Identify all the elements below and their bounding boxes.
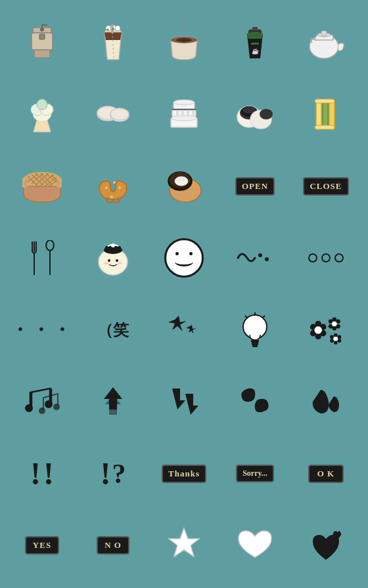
cell-yes-sign[interactable]: YES [7,510,78,582]
swap-arrows-icon [237,383,273,420]
svg-rect-6 [39,34,45,39]
cell-pudding-char[interactable] [78,222,149,295]
cell-thanks-sign[interactable]: Thanks [149,438,219,510]
cell-sandwich[interactable] [290,79,361,151]
cell-music-notes[interactable] [7,366,78,438]
cell-macarons[interactable] [78,79,149,151]
mochi-icon [236,98,274,130]
svg-point-119 [39,408,45,414]
cell-no-sign[interactable]: N O [78,510,149,582]
cell-three-circles[interactable] [290,222,361,295]
macarons-icon [95,98,131,130]
svg-point-101 [332,326,336,331]
cell-sorry-sign[interactable]: Sorry... [219,438,290,510]
svg-point-61 [113,181,116,184]
svg-rect-52 [316,100,321,129]
dots-icon: ・・・ [11,318,74,343]
up-arrows-icon [96,385,130,419]
svg-rect-85 [251,340,259,343]
takeout-coffee-icon: ☕ [241,23,269,62]
cell-water-drops[interactable] [290,366,361,438]
svg-rect-87 [252,345,258,347]
cell-wave[interactable] [219,222,290,295]
cell-hot-coffee[interactable] [149,7,219,79]
svg-point-13 [112,28,114,30]
cell-pretzel[interactable] [78,150,149,222]
cell-warai[interactable]: （笑 [78,294,149,366]
warai-icon: （笑 [97,320,129,341]
cell-double-exclaim[interactable]: !! [7,438,78,510]
cell-swap-arrows[interactable] [219,366,290,438]
svg-point-40 [173,100,195,105]
svg-point-78 [108,259,110,262]
cell-teapot[interactable] [290,7,361,79]
no-sign-label: N O [97,536,129,555]
svg-point-51 [260,109,273,119]
cell-coffee-grinder[interactable] [7,7,78,79]
cell-mochi[interactable] [219,79,290,151]
svg-point-113 [337,339,341,343]
open-sign-label: OPEN [235,177,275,196]
svg-point-28 [37,99,47,110]
svg-rect-86 [252,343,258,345]
sandwich-icon [310,95,342,133]
svg-rect-43 [181,110,184,117]
cell-dots[interactable]: ・・・ [7,294,78,366]
cell-layered-cake[interactable] [149,79,219,151]
pudding-char-icon [95,238,131,278]
ok-sign-label: O K [308,465,344,483]
svg-text:☕: ☕ [252,47,260,55]
svg-marker-125 [169,528,199,556]
svg-point-79 [116,259,118,262]
cell-ice-cream[interactable] [7,79,78,151]
star-icon [165,526,203,565]
hot-coffee-icon [167,24,201,61]
svg-point-108 [333,333,337,337]
svg-point-112 [330,339,334,343]
cell-pie[interactable] [7,150,78,222]
yes-sign-label: YES [25,536,59,555]
svg-rect-54 [329,100,334,129]
cell-takeout-coffee[interactable]: ☕ [219,7,290,79]
cell-up-arrows[interactable] [78,366,149,438]
lightbulb-icon [241,311,269,349]
cell-iced-coffee[interactable] [78,7,149,79]
svg-point-10 [115,26,120,31]
cell-close-sign[interactable]: CLOSE [290,150,361,222]
svg-point-3 [40,28,44,32]
svg-point-63 [110,196,113,198]
cell-fork-spoon[interactable] [7,222,78,295]
pie-icon [22,168,62,205]
svg-point-98 [314,326,321,333]
svg-line-89 [263,316,265,318]
emoji-sticker-grid: ☕ [0,0,368,588]
cell-open-sign[interactable]: OPEN [219,150,290,222]
pretzel-icon [93,168,133,205]
teapot-icon [306,26,346,60]
flowers-icon [308,313,344,347]
cell-flowers[interactable] [290,294,361,366]
cell-smiley[interactable] [149,222,219,295]
cell-down-arrows[interactable] [149,366,219,438]
water-drops-icon [309,385,343,419]
svg-point-81 [117,262,122,264]
sorry-sign-label: Sorry... [236,465,274,482]
svg-line-90 [245,316,247,318]
thanks-sign-label: Thanks [162,465,206,483]
svg-point-106 [332,321,337,326]
cell-ok-sign[interactable]: O K [290,438,361,510]
svg-marker-123 [172,388,185,410]
cell-bread-roll[interactable] [149,150,219,222]
cell-exclaim-question[interactable]: !? [78,438,149,510]
cell-lightbulb[interactable] [219,294,290,366]
heart-icon [236,526,274,565]
iced-coffee-icon [98,23,128,62]
cell-heart[interactable] [219,510,290,582]
cell-sparkles[interactable] [149,294,219,366]
svg-point-110 [330,335,334,339]
cell-star[interactable] [149,510,219,582]
svg-point-100 [332,317,336,322]
cell-hearts-pair[interactable] [290,510,361,582]
hearts-pair-icon [309,528,343,562]
svg-point-34 [110,108,129,120]
